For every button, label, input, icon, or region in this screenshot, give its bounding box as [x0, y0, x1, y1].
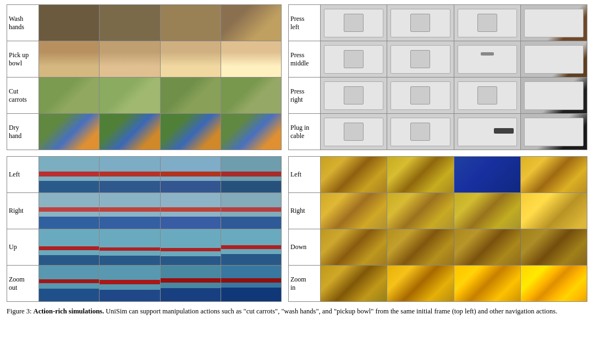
- church-down-label: Down: [289, 229, 321, 265]
- cable-f4: [521, 114, 587, 150]
- dry-hand-images: [39, 114, 281, 150]
- church-left-label: Left: [289, 157, 321, 192]
- wash-hands-frame-4: [221, 5, 281, 41]
- bridge-right-row: Right: [7, 193, 282, 229]
- cut-frame-3: [161, 78, 221, 113]
- wash-hands-row: Washhands: [7, 4, 282, 41]
- church-right-f4: [521, 193, 587, 229]
- bridge-left-label: Left: [7, 157, 39, 192]
- bridge-zoomout-row: Zoomout: [7, 266, 282, 302]
- church-right-row: Right: [288, 193, 587, 229]
- bridge-left-f3: [161, 157, 221, 192]
- plug-in-cable-images: [321, 114, 587, 150]
- church-right-label: Right: [289, 193, 321, 229]
- press-left-f3: [454, 5, 521, 41]
- pickup-frame-2: [100, 41, 160, 77]
- cable-f2: [387, 114, 454, 150]
- bridge-left-f2: [100, 157, 160, 192]
- wash-hands-frame-1: [39, 5, 100, 41]
- press-right-f4: [521, 78, 587, 113]
- church-down-f1: [321, 229, 387, 265]
- church-left-f3: [454, 157, 521, 192]
- press-left-row: Pressleft: [288, 4, 587, 41]
- press-middle-f1: [321, 41, 387, 77]
- bridge-left-f4: [221, 157, 281, 192]
- bridge-right-images: [39, 193, 281, 229]
- cut-carrots-row: Cutcarrots: [7, 78, 282, 114]
- cut-carrots-label: Cutcarrots: [7, 78, 39, 113]
- press-right-f3: [454, 78, 521, 113]
- church-left-images: [321, 157, 587, 192]
- bridge-up-f1: [39, 229, 100, 265]
- church-zoomin-row: Zoomin: [288, 266, 587, 302]
- bridge-zoomout-label: Zoomout: [7, 266, 39, 301]
- press-left-f4: [521, 5, 587, 41]
- press-middle-f2: [387, 41, 454, 77]
- church-left-f4: [521, 157, 587, 192]
- bridge-zoom-f3: [161, 266, 221, 301]
- bridge-up-row: Up: [7, 229, 282, 266]
- bridge-left-f1: [39, 157, 100, 192]
- bridge-right-f3: [161, 193, 221, 229]
- church-zoomin-images: [321, 266, 587, 301]
- church-down-f3: [454, 229, 521, 265]
- church-zoom-f4: [521, 266, 587, 301]
- press-middle-images: [321, 41, 587, 77]
- press-middle-label: Pressmiddle: [289, 41, 321, 77]
- caption-bold: Action-rich simulations.: [34, 307, 104, 315]
- church-zoom-f1: [321, 266, 387, 301]
- press-right-f2: [387, 78, 454, 113]
- pickup-frame-1: [39, 41, 100, 77]
- church-zoomin-label: Zoomin: [289, 266, 321, 301]
- pickup-frame-3: [161, 41, 221, 77]
- church-left-row: Left: [288, 156, 587, 193]
- cut-frame-1: [39, 78, 100, 113]
- pickup-frame-4: [221, 41, 281, 77]
- church-right-f1: [321, 193, 387, 229]
- church-nav-grid: Left Right: [288, 156, 587, 302]
- dry-frame-1: [39, 114, 100, 150]
- kitchen-action-grid: Washhands Pick upbowl: [7, 4, 282, 150]
- bridge-up-images: [39, 229, 281, 265]
- bridge-right-f1: [39, 193, 100, 229]
- plug-in-cable-label: Plug incable: [289, 114, 321, 150]
- church-right-f2: [387, 193, 454, 229]
- bridge-right-f2: [100, 193, 160, 229]
- pick-up-bowl-images: [39, 41, 281, 77]
- bridge-left-row: Left: [7, 156, 282, 193]
- left-gap: [7, 152, 282, 155]
- dry-frame-2: [100, 114, 160, 150]
- press-right-row: Pressright: [288, 78, 587, 114]
- caption-text: UniSim can support manipulation actions …: [106, 307, 557, 315]
- cable-f3: [454, 114, 521, 150]
- press-right-label: Pressright: [289, 78, 321, 113]
- press-middle-row: Pressmiddle: [288, 41, 587, 78]
- dry-hand-row: Dryhand: [7, 114, 282, 150]
- pick-up-bowl-row: Pick upbowl: [7, 41, 282, 78]
- cut-carrots-images: [39, 78, 281, 113]
- figure-caption: Figure 3: Action-rich simulations. UniSi…: [7, 306, 587, 317]
- main-content-area: Washhands Pick upbowl: [7, 4, 587, 302]
- church-right-f3: [454, 193, 521, 229]
- wash-hands-images: [39, 5, 281, 41]
- press-right-images: [321, 78, 587, 113]
- bridge-right-f4: [221, 193, 281, 229]
- right-gap: [288, 152, 587, 155]
- cable-f1: [321, 114, 387, 150]
- wash-hands-frame-2: [100, 5, 160, 41]
- cut-frame-2: [100, 78, 160, 113]
- wash-hands-frame-3: [161, 5, 221, 41]
- bridge-zoom-f2: [100, 266, 160, 301]
- bridge-zoomout-images: [39, 266, 281, 301]
- bridge-zoom-f1: [39, 266, 100, 301]
- bridge-left-images: [39, 157, 281, 192]
- church-zoom-f2: [387, 266, 454, 301]
- press-left-f1: [321, 5, 387, 41]
- pick-up-bowl-label: Pick upbowl: [7, 41, 39, 77]
- right-column: Pressleft: [288, 4, 587, 302]
- bridge-up-label: Up: [7, 229, 39, 265]
- plug-in-cable-row: Plug incable: [288, 114, 587, 150]
- press-left-f2: [387, 5, 454, 41]
- bridge-zoom-f4: [221, 266, 281, 301]
- wash-hands-label: Washhands: [7, 5, 39, 41]
